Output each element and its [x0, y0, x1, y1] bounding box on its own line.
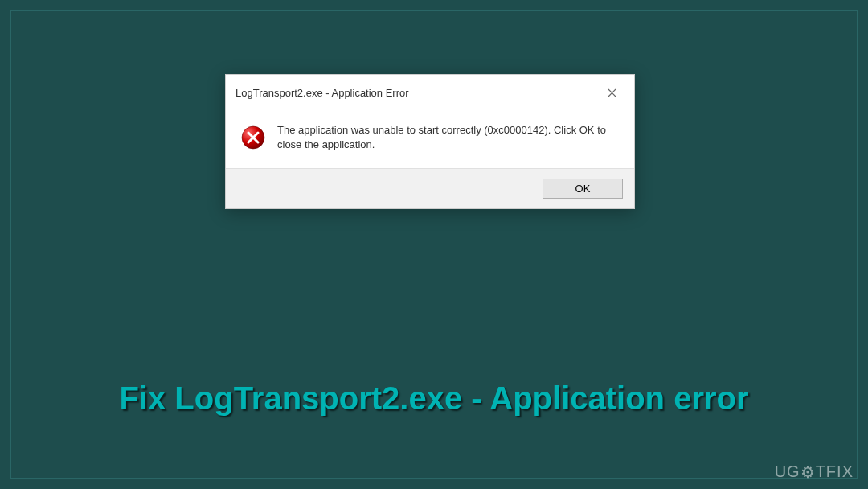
ok-button[interactable]: OK [542, 179, 623, 199]
close-icon [608, 88, 616, 97]
error-dialog: LogTransport2.exe - Application Error [225, 74, 635, 209]
dialog-message: The application was unable to start corr… [277, 123, 620, 152]
gear-e-icon: ⚙ [800, 462, 816, 482]
watermark-text-1: UG [775, 462, 800, 480]
error-icon [240, 125, 266, 150]
dialog-body: The application was unable to start corr… [226, 110, 634, 168]
dialog-titlebar: LogTransport2.exe - Application Error [226, 75, 634, 110]
watermark-logo: UG⚙TFIX [775, 462, 854, 481]
dialog-title: LogTransport2.exe - Application Error [235, 87, 409, 99]
close-button[interactable] [596, 81, 628, 104]
page-caption: Fix LogTransport2.exe - Application erro… [0, 380, 868, 417]
dialog-footer: OK [226, 168, 634, 208]
watermark-text-2: TFIX [816, 462, 854, 480]
